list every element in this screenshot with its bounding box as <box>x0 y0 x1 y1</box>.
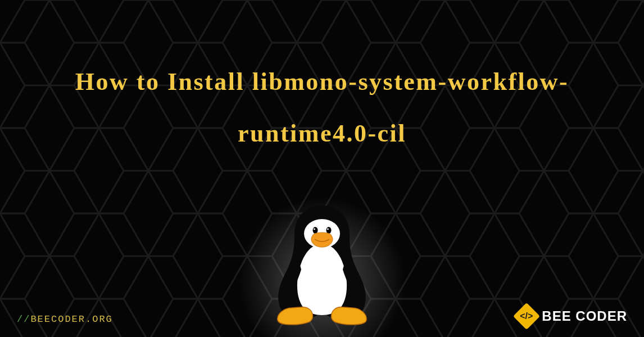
site-url: //BEECODER.ORG <box>17 314 113 325</box>
bee-badge-glyph: </> <box>520 311 533 321</box>
svg-point-10 <box>326 227 332 234</box>
tux-penguin-mascot <box>269 202 375 326</box>
page-title: How to Install libmono-system-workflow-r… <box>0 56 644 160</box>
url-text: BEECODER.ORG <box>30 314 112 325</box>
svg-point-9 <box>313 227 318 234</box>
brand-logo: </> BEE CODER <box>517 307 627 326</box>
url-slashes: // <box>17 314 30 325</box>
tux-penguin-icon <box>269 202 375 326</box>
svg-point-11 <box>314 229 315 230</box>
svg-point-12 <box>327 229 329 230</box>
bee-badge-icon: </> <box>513 303 540 330</box>
brand-name: BEE CODER <box>542 308 627 324</box>
